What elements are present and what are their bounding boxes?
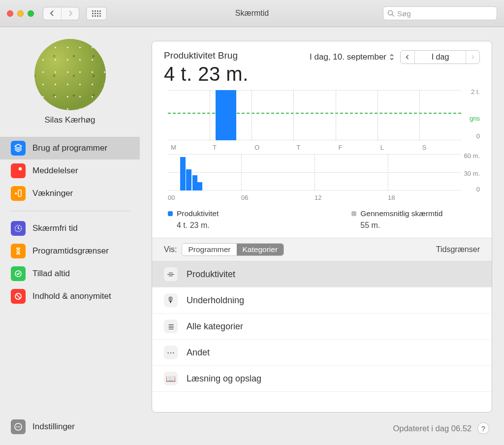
svg-line-8 bbox=[16, 294, 20, 298]
svg-point-12 bbox=[19, 426, 20, 427]
sidebar-item-label: Vækninger bbox=[32, 189, 73, 198]
ylabel-bot: 0 bbox=[476, 132, 480, 140]
svg-point-11 bbox=[18, 426, 19, 427]
row-name: Læsning og opslag bbox=[187, 374, 261, 384]
row-name: Alle kategorier bbox=[187, 321, 243, 332]
legend: Produktivitet 4 t. 23 m. Gennemsnitlig s… bbox=[152, 206, 492, 238]
search-field-container: Søg bbox=[383, 6, 497, 20]
sidebar-item-app-usage[interactable]: Brug af programmer bbox=[0, 137, 140, 159]
category-rows: ⌯Produktivitet4 t. 23 m.🎙Underholdning3 … bbox=[152, 261, 492, 412]
help-button[interactable]: ? bbox=[477, 422, 489, 434]
sidebar-divider bbox=[10, 211, 130, 211]
sidebar-item-pickups[interactable]: Vækninger bbox=[0, 182, 140, 205]
svg-point-3 bbox=[19, 167, 22, 170]
weekly-chart: 2 t. 0 gns MTOTFLS bbox=[164, 90, 480, 151]
row-name: Produktivitet bbox=[187, 269, 235, 280]
col-limits: Tidsgrænser bbox=[436, 245, 480, 254]
table-header-bar: Vis: Programmer Kategorier Tid Tidsgræns… bbox=[152, 238, 492, 261]
today-button[interactable]: I dag bbox=[414, 51, 466, 64]
sidebar-item-label: Tillad altid bbox=[32, 269, 70, 279]
legend-right-label: Gennemsnitlig skærmtid bbox=[360, 209, 442, 218]
charts: 2 t. 0 gns MTOTFLS 60 m. 30 m. 0 000612 bbox=[152, 88, 492, 206]
sidebar-item-label: Programtidsgrænser bbox=[32, 246, 109, 256]
pickup-icon bbox=[11, 186, 26, 201]
total-time: 4 t. 23 m. bbox=[164, 63, 249, 85]
ylabel-top: 2 t. bbox=[471, 88, 480, 95]
row-name: Andet bbox=[187, 348, 210, 358]
sidebar-item-label: Skærmfri tid bbox=[32, 223, 78, 233]
ylabel-30: 30 m. bbox=[464, 170, 480, 177]
show-label: Vis: bbox=[164, 245, 177, 254]
legend-left-label: Produktivitet bbox=[177, 209, 219, 218]
table-row[interactable]: 🎙Underholdning3 t. 22 m. bbox=[152, 287, 492, 314]
updated-label: Opdateret i dag 06.52 bbox=[393, 424, 472, 433]
table-row[interactable]: ≣Alle kategorier1 t. 50 m. bbox=[152, 314, 492, 340]
xlabels-week: MTOTFLS bbox=[168, 142, 461, 151]
no-entry-icon bbox=[11, 289, 26, 304]
toolbar: Skærmtid Søg bbox=[0, 0, 504, 27]
date-picker-label: I dag, 10. september bbox=[310, 52, 386, 62]
bars-hour bbox=[168, 154, 461, 191]
svg-point-0 bbox=[388, 10, 393, 15]
category-icon: ⌯ bbox=[164, 267, 178, 281]
sidebar-item-always-allowed[interactable]: Tillad altid bbox=[0, 262, 140, 285]
svg-rect-4 bbox=[18, 190, 21, 196]
ellipsis-icon bbox=[11, 419, 26, 434]
check-seal-icon bbox=[11, 266, 26, 281]
usage-panel: Produktivitet Brug 4 t. 23 m. I dag, 10.… bbox=[152, 41, 492, 413]
ylabel-0: 0 bbox=[476, 186, 480, 193]
sidebar-item-label: Brug af programmer bbox=[32, 143, 107, 153]
back-button[interactable] bbox=[43, 7, 61, 20]
date-picker[interactable]: I dag, 10. september bbox=[310, 52, 394, 62]
search-placeholder: Søg bbox=[397, 9, 411, 18]
seg-programs[interactable]: Programmer bbox=[182, 244, 236, 255]
hourly-chart: 60 m. 30 m. 0 00061218 bbox=[164, 154, 480, 201]
sidebar-item-notifications[interactable]: Meddelelser bbox=[0, 159, 140, 182]
avg-label: gns bbox=[470, 115, 480, 122]
sidebar-item-settings[interactable]: Indstillinger bbox=[0, 415, 140, 438]
sidebar-item-label: Indstillinger bbox=[32, 422, 75, 432]
panel-header: Produktivitet Brug 4 t. 23 m. I dag, 10.… bbox=[152, 41, 492, 88]
sidebar-item-label: Meddelelser bbox=[32, 166, 78, 176]
chevron-updown-icon bbox=[389, 54, 394, 61]
forward-button[interactable] bbox=[61, 7, 79, 20]
prev-day-button[interactable] bbox=[401, 51, 414, 64]
today-segment: I dag bbox=[400, 50, 480, 64]
row-name: Underholdning bbox=[187, 295, 244, 306]
footer: Opdateret i dag 06.52 ? bbox=[393, 422, 489, 434]
avatar bbox=[34, 39, 106, 110]
main-area: Produktivitet Brug 4 t. 23 m. I dag, 10.… bbox=[140, 27, 504, 445]
hourglass-icon bbox=[11, 244, 26, 258]
close-window[interactable] bbox=[7, 10, 13, 17]
next-day-button[interactable] bbox=[466, 51, 479, 64]
sidebar-item-downtime[interactable]: Skærmfri tid bbox=[0, 217, 140, 240]
view-segment: Programmer Kategorier bbox=[182, 243, 284, 256]
window-controls bbox=[7, 10, 34, 17]
panel-title: Produktivitet Brug bbox=[164, 50, 249, 61]
table-row[interactable]: ⌯Produktivitet4 t. 23 m. bbox=[152, 261, 492, 287]
sidebar-item-app-limits[interactable]: Programtidsgrænser bbox=[0, 240, 140, 262]
legend-left-value: 4 t. 23 m. bbox=[177, 221, 219, 230]
badge-icon bbox=[11, 163, 26, 178]
svg-line-1 bbox=[392, 14, 394, 16]
table-row[interactable]: 📖Læsning og opslag6 m. bbox=[152, 366, 492, 392]
search-icon bbox=[387, 10, 395, 17]
table-row[interactable]: ⋯Andet1 t. 9 m. bbox=[152, 340, 492, 366]
user-profile[interactable]: Silas Kærhøg bbox=[0, 37, 140, 137]
back-forward-segment bbox=[43, 7, 79, 20]
sidebar-item-content-privacy[interactable]: Indhold & anonymitet bbox=[0, 285, 140, 308]
svg-point-10 bbox=[16, 426, 17, 427]
ylabel-60: 60 m. bbox=[464, 152, 480, 159]
search-input[interactable]: Søg bbox=[383, 6, 497, 20]
seg-categories[interactable]: Kategorier bbox=[237, 244, 284, 255]
category-icon: ≣ bbox=[164, 319, 178, 333]
legend-right-value: 55 m. bbox=[360, 221, 442, 230]
category-icon: 📖 bbox=[164, 372, 178, 385]
category-icon: ⋯ bbox=[164, 346, 178, 359]
user-name: Silas Kærhøg bbox=[45, 115, 95, 125]
clock-icon bbox=[11, 221, 26, 236]
show-all-button[interactable] bbox=[86, 7, 107, 20]
minimize-window[interactable] bbox=[17, 10, 24, 17]
bars-week bbox=[168, 90, 461, 140]
zoom-window[interactable] bbox=[28, 10, 34, 17]
